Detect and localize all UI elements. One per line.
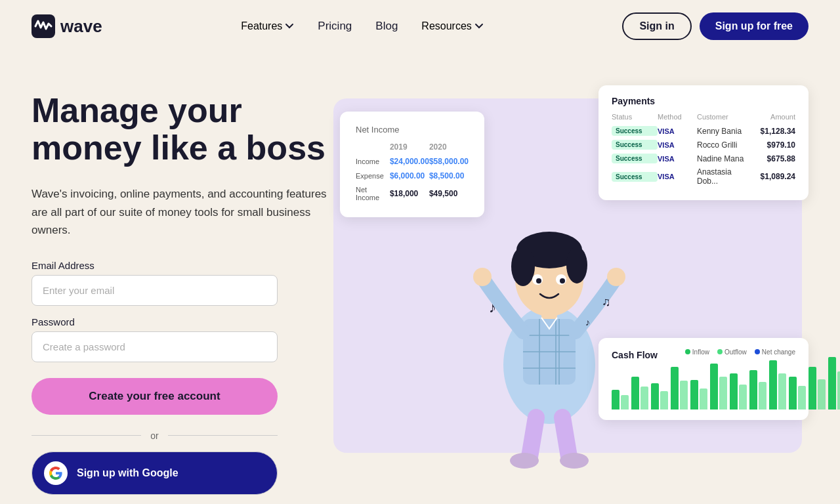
nav-features[interactable]: Features	[241, 20, 294, 32]
svg-point-17	[560, 278, 565, 284]
divider-line-left	[32, 435, 141, 436]
payment-row: Success VISA Kenny Bania $1,128.34	[612, 126, 795, 136]
cashflow-chart	[612, 364, 795, 410]
password-label: Password	[32, 316, 327, 327]
payment-row: Success VISA Nadine Mana $675.88	[612, 154, 795, 163]
income-card-title: Net Income	[356, 125, 469, 135]
svg-point-19	[607, 268, 625, 286]
nav-pricing[interactable]: Pricing	[318, 20, 352, 33]
nav-links: Features Pricing Blog Resources	[241, 20, 484, 33]
hero-illustration: Net Income 2019 2020 Income $24,000.00	[327, 79, 808, 472]
password-field-group: Password	[32, 316, 327, 362]
nav-buttons: Sign in Sign up for free	[622, 12, 808, 40]
email-field-group: Email Address	[32, 260, 327, 306]
password-input[interactable]	[32, 331, 278, 362]
svg-point-12	[511, 247, 535, 286]
hero-left: Manage your money like a boss Wave's inv…	[32, 79, 327, 504]
svg-point-13	[566, 247, 587, 284]
svg-point-20	[510, 453, 539, 469]
payments-card-title: Payments	[612, 96, 795, 106]
signup-button[interactable]: Sign up for free	[700, 12, 808, 40]
hero-right: Net Income 2019 2020 Income $24,000.00	[327, 79, 808, 504]
logo[interactable]: wave	[32, 14, 102, 38]
navbar: wave Features Pricing Blog Resources Sig…	[0, 0, 840, 52]
payment-row: Success VISA Rocco Grilli $979.10	[612, 140, 795, 150]
svg-text:♪: ♪	[489, 299, 496, 316]
nav-blog[interactable]: Blog	[375, 20, 398, 33]
svg-text:♪: ♪	[585, 317, 590, 327]
google-button-label: Sign up with Google	[77, 467, 178, 479]
nav-resources[interactable]: Resources	[421, 20, 483, 32]
hero-section: Manage your money like a boss Wave's inv…	[0, 52, 840, 504]
cashflow-card-title: Cash Flow	[612, 350, 658, 360]
divider-text: or	[141, 430, 167, 441]
hero-title: Manage your money like a boss	[32, 92, 327, 167]
svg-point-18	[473, 268, 492, 286]
signin-button[interactable]: Sign in	[622, 12, 691, 40]
google-icon	[44, 461, 68, 485]
email-label: Email Address	[32, 260, 327, 271]
payments-header: Status Method Customer Amount	[612, 113, 795, 121]
cashflow-legend: Inflow Outflow Net change	[685, 348, 795, 356]
svg-text:♫: ♫	[602, 295, 611, 308]
create-account-button[interactable]: Create your free account	[32, 378, 278, 415]
divider-line-right	[168, 435, 278, 436]
logo-text: wave	[60, 16, 102, 37]
email-input[interactable]	[32, 275, 278, 306]
cashflow-card: Cash Flow Inflow Outflow Net change	[598, 338, 808, 420]
svg-point-21	[560, 453, 589, 469]
google-signup-button[interactable]: Sign up with Google	[32, 452, 278, 495]
svg-point-16	[536, 278, 541, 284]
divider: or	[32, 430, 278, 441]
payment-row: Success VISA Anastasia Dob... $1,089.24	[612, 167, 795, 186]
hero-subtitle: Wave's invoicing, online payments, and a…	[32, 185, 327, 239]
payments-card: Payments Status Method Customer Amount S…	[598, 85, 808, 200]
income-card: Net Income 2019 2020 Income $24,000.00	[340, 112, 484, 217]
